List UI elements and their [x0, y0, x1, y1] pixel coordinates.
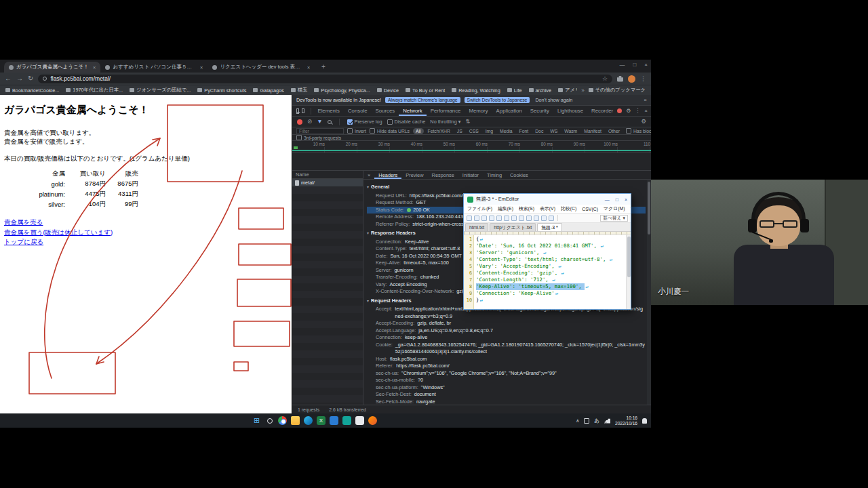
taskbar-app-icon[interactable] — [355, 416, 364, 425]
url-text[interactable]: flask.pc5bai.com/metal/ — [50, 75, 599, 82]
menu-item[interactable]: ファイル(F) — [467, 205, 492, 212]
menu-item[interactable]: CSV(C) — [582, 207, 598, 211]
devtools-tab[interactable]: Network — [399, 106, 427, 116]
close-icon[interactable]: × — [625, 197, 627, 202]
menu-item[interactable]: 検索(S) — [519, 205, 534, 212]
filter-pill[interactable]: Wasm — [561, 128, 580, 134]
editor-scrollbar[interactable] — [626, 235, 631, 309]
bookmark-item[interactable]: ジオンサーズの団結で... — [130, 87, 191, 94]
forward-icon[interactable]: → — [16, 75, 23, 82]
menu-kebab-icon[interactable]: ⋮ — [640, 75, 646, 82]
request-row-metal[interactable]: metal/ — [292, 179, 363, 186]
editor-tab[interactable]: html.txt — [465, 223, 488, 231]
toolbar-icon[interactable] — [504, 216, 509, 221]
filter-pill[interactable]: Manifest — [581, 128, 604, 134]
bookmark-item[interactable]: 1970年代に出た日本... — [66, 87, 123, 94]
details-tab[interactable]: Headers — [374, 171, 401, 179]
invert-checkbox[interactable]: Invert — [347, 128, 366, 134]
taskbar-app-icon[interactable] — [342, 416, 351, 425]
bookmark-item[interactable]: Psychology, Physica... — [314, 87, 370, 94]
toolbar-icon[interactable] — [534, 216, 539, 221]
third-party-row[interactable]: 3rd-party requests — [292, 135, 651, 141]
devtools-tab[interactable]: Performance — [427, 106, 465, 116]
record-icon[interactable] — [297, 119, 302, 125]
menu-item[interactable]: 編集(E) — [498, 205, 513, 212]
details-tab[interactable]: Response — [428, 171, 458, 179]
devtools-tab[interactable]: Console — [344, 106, 372, 116]
editor-tab[interactable]: 無題-3 * — [537, 223, 562, 231]
disable-cache-checkbox[interactable]: Disable cache — [387, 119, 426, 125]
banner-close-icon[interactable]: × — [644, 97, 647, 103]
filter-funnel-icon[interactable]: ▼ — [317, 119, 322, 125]
taskbar-app-icon[interactable]: X — [317, 416, 326, 425]
filter-pill[interactable]: Img — [483, 128, 496, 134]
throttling-dropdown[interactable]: No throttling ▾ — [430, 119, 460, 125]
filter-pill[interactable]: Doc — [532, 128, 546, 134]
details-tab[interactable]: Initiator — [458, 171, 483, 179]
match-language-button[interactable]: Always match Chrome's language — [385, 97, 460, 103]
link-sell[interactable]: 貴金属を売る — [4, 218, 292, 228]
details-tab[interactable]: Cookies — [506, 171, 532, 179]
devtools-kebab-icon[interactable]: ⋮ — [635, 108, 640, 114]
toolbar-icon[interactable] — [489, 216, 494, 221]
inspect-icon[interactable] — [296, 108, 299, 114]
scrollbar-thumb[interactable] — [648, 182, 650, 235]
tab-close-icon[interactable]: × — [307, 64, 311, 70]
minimize-icon[interactable]: — — [619, 62, 625, 68]
filter-input[interactable] — [296, 128, 344, 134]
devtools-tab[interactable]: Application — [492, 106, 526, 116]
emeditor-title-bar[interactable]: 無題-3 * - EmEditor — □ × — [464, 194, 631, 205]
filter-pill[interactable]: Fetch/XHR — [425, 128, 453, 134]
bookmarks-overflow-icon[interactable]: » — [581, 87, 584, 94]
extensions-icon[interactable] — [617, 76, 623, 82]
filter-pill[interactable]: Media — [497, 128, 515, 134]
preserve-log-checkbox[interactable]: Preserve log — [347, 119, 382, 125]
link-buy[interactable]: 貴金属を買う(販売は休止しています) — [4, 228, 292, 238]
close-icon[interactable]: × — [644, 62, 648, 68]
address-bar[interactable]: flask.pc5bai.com/metal/ ☆ — [38, 75, 612, 83]
tab-close-icon[interactable]: × — [200, 64, 203, 70]
devtools-tab[interactable]: Memory — [465, 106, 492, 116]
toolbar-icon[interactable] — [541, 216, 547, 221]
reload-icon[interactable]: ↻ — [28, 75, 33, 82]
toolbar-icon[interactable] — [519, 216, 524, 221]
devtools-close-icon[interactable]: × — [644, 108, 648, 114]
taskbar-app-icon[interactable] — [368, 416, 377, 425]
bookmark-item[interactable]: archive — [529, 87, 552, 94]
filter-pill[interactable]: All — [413, 128, 424, 134]
bookmark-item[interactable]: Life — [507, 87, 522, 94]
search-icon[interactable] — [328, 120, 332, 124]
toolbar-icon[interactable] — [549, 216, 554, 221]
back-icon[interactable]: ← — [5, 75, 12, 82]
bookmark-star-icon[interactable]: ☆ — [602, 75, 608, 82]
filter-pill[interactable]: CSS — [467, 128, 481, 134]
settings-gear-icon[interactable]: ⚙ — [626, 108, 631, 114]
ime-indicator[interactable]: あ — [594, 418, 599, 424]
scrollbar-thumb[interactable] — [627, 237, 631, 277]
bookmark-item[interactable]: To Buy or Rent — [406, 87, 445, 94]
browser-tab-3[interactable]: リクエストヘッダー dev tools 表示さ... × — [208, 62, 315, 73]
toolbar-icon[interactable] — [511, 216, 517, 221]
dont-show-again-button[interactable]: Don't show again — [535, 97, 572, 103]
devtools-tab[interactable]: Sources — [372, 106, 399, 116]
toolbar-icon[interactable] — [467, 216, 472, 221]
name-column-header[interactable]: Name — [292, 171, 363, 179]
error-badge-icon[interactable] — [617, 108, 622, 113]
other-bookmarks[interactable]: その他のブックマーク — [589, 87, 646, 94]
editor-tab[interactable]: httpリクエスト.txt — [490, 223, 536, 231]
minimize-icon[interactable]: — — [605, 197, 610, 202]
sort-dropdown[interactable]: 並べ替え ▾ — [600, 215, 628, 222]
tray-app-icon[interactable] — [584, 418, 589, 424]
bookmark-item[interactable]: Galapagos — [253, 87, 283, 94]
editor-area[interactable]: 1 { ↵ 2 'Date': 'Sun, 16 Oct 2022 01:08:… — [464, 235, 631, 309]
bookmark-item[interactable]: Device — [377, 87, 399, 94]
hide-data-urls-checkbox[interactable]: Hide data URLs — [370, 128, 410, 134]
bookmark-item[interactable]: PyCharm shortcuts — [197, 87, 246, 94]
tab-close-icon[interactable]: × — [93, 64, 96, 70]
taskbar-app-icon[interactable] — [278, 416, 287, 425]
taskbar-app-icon[interactable] — [304, 416, 313, 425]
site-info-icon[interactable] — [43, 77, 47, 81]
toolbar-icon[interactable] — [496, 216, 502, 221]
bookmark-item[interactable]: BookmarkletCookie... — [5, 87, 59, 94]
import-export-icon[interactable]: ⇅ — [465, 119, 470, 125]
